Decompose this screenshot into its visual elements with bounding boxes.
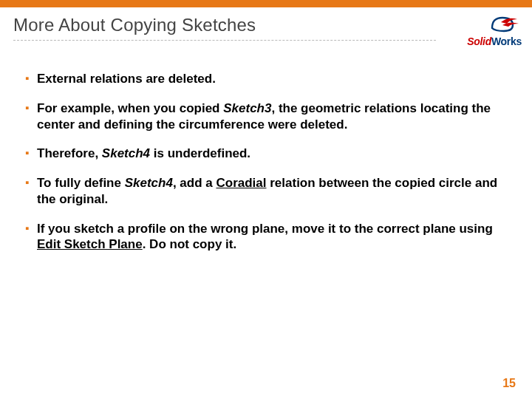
header: More About Copying Sketches SolidWorks [0,7,532,56]
list-item: For example, when you copied Sketch3, th… [25,100,507,133]
list-item: Therefore, Sketch4 is underdefined. [25,146,507,162]
bullet-text: To fully define [37,176,125,190]
bullet-text: . Do not copy it. [143,237,237,251]
list-item: To fully define Sketch4, add a Coradial … [25,175,507,208]
sketch-ref: Sketch4 [125,176,173,190]
bullet-text: For example, when you copied [37,101,223,115]
brand-works: Works [491,35,522,47]
sketch-ref: Sketch3 [223,101,271,115]
command-name: Edit Sketch Plane [37,237,143,251]
bullet-text: Therefore, [37,146,102,160]
list-item: External relations are deleted. [25,71,507,87]
list-item: If you sketch a profile on the wrong pla… [25,221,507,253]
brand-logo: SolidWorks [440,12,522,47]
page-number: 15 [502,377,516,390]
sketch-ref: Sketch4 [102,146,150,160]
bullet-text: is underdefined. [150,146,250,160]
bullet-text: , add a [173,176,216,190]
accent-bar [0,0,532,7]
brand-solid: Solid [467,35,491,47]
brand-text: SolidWorks [440,35,522,47]
relation-name: Coradial [216,176,266,190]
bullet-list: External relations are deleted. For exam… [25,71,507,253]
ds-icon [440,12,522,37]
bullet-text: If you sketch a profile on the wrong pla… [37,222,493,236]
bullet-text: External relations are deleted. [37,72,216,86]
content-area: External relations are deleted. For exam… [0,56,532,253]
title-underline [13,40,436,41]
